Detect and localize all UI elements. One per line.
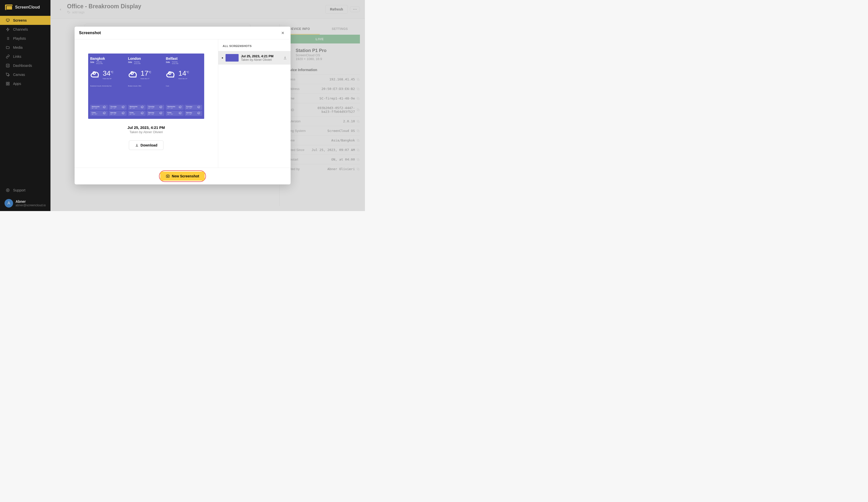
svg-line-71 [162, 114, 162, 114]
sidebar-item-dashboards[interactable]: Dashboards [0, 61, 51, 70]
svg-line-50 [123, 108, 123, 108]
sidebar-item-screens[interactable]: Screens [0, 16, 51, 25]
camera-icon [166, 174, 170, 178]
svg-rect-12 [8, 82, 9, 83]
screenshot-preview: BangkokTodayTuesday04:21 PM34°CFeels lik… [88, 53, 204, 119]
avatar: A [4, 199, 13, 207]
svg-line-81 [180, 114, 181, 114]
svg-rect-11 [6, 82, 8, 83]
sidebar-item-channels[interactable]: Channels [0, 25, 51, 34]
user-email: abner@screencloud.io [16, 204, 46, 207]
svg-rect-13 [6, 84, 8, 85]
sidebar-item-canvas[interactable]: Canvas [0, 70, 51, 79]
sidebar-item-label: Screens [13, 18, 27, 22]
svg-line-66 [142, 114, 142, 114]
list-heading: ALL SCREENSHOTS [218, 39, 291, 51]
svg-line-73 [179, 108, 180, 108]
sidebar-item-media[interactable]: Media [0, 43, 51, 52]
sidebar-item-label: Channels [13, 27, 28, 31]
link-icon [6, 54, 10, 59]
svg-line-75 [180, 108, 181, 108]
svg-line-54 [104, 114, 105, 114]
sidebar-item-label: Links [13, 54, 21, 59]
active-dot-icon [222, 57, 223, 59]
svg-line-77 [199, 108, 199, 108]
svg-point-85 [167, 176, 168, 177]
sidebar: ScreenCloud Screens Channels Playlists M… [0, 0, 51, 211]
sidebar-item-apps[interactable]: Apps [0, 79, 51, 88]
svg-point-16 [7, 190, 8, 191]
weather-tile: BelfastTodayTuesday10:21 AM14°CFeels lik… [166, 57, 202, 116]
logo[interactable]: ScreenCloud [0, 0, 51, 14]
new-screenshot-button[interactable]: New Screenshot [160, 172, 205, 181]
highlight-annotation: New Screenshot [159, 170, 206, 182]
preview-taken-by: Taken by Abner Olivieri [130, 130, 163, 134]
svg-line-82 [198, 114, 198, 114]
monitor-icon [6, 18, 10, 23]
close-button[interactable] [280, 30, 286, 36]
download-icon[interactable] [283, 56, 287, 60]
svg-line-79 [179, 114, 180, 114]
svg-point-15 [6, 189, 9, 192]
app-name: ScreenCloud [15, 5, 40, 10]
svg-line-60 [142, 108, 142, 108]
svg-line-65 [162, 108, 162, 108]
svg-line-68 [143, 114, 143, 114]
svg-line-47 [104, 108, 104, 108]
svg-line-80 [180, 114, 180, 114]
folder-icon [6, 45, 10, 50]
sidebar-item-playlists[interactable]: Playlists [0, 34, 51, 43]
svg-line-83 [199, 114, 199, 114]
svg-rect-0 [6, 19, 9, 21]
pen-icon [6, 72, 10, 77]
support-icon [6, 188, 10, 193]
svg-line-62 [143, 108, 143, 108]
screenshot-by: Taken by Abner Olivieri [241, 58, 280, 62]
download-button[interactable]: Download [129, 141, 164, 150]
sidebar-item-label: Support [13, 188, 25, 192]
close-icon [281, 31, 285, 35]
svg-rect-14 [8, 84, 9, 85]
svg-line-84 [199, 114, 200, 114]
logo-icon [5, 4, 12, 10]
sidebar-item-label: Playlists [13, 37, 26, 40]
svg-line-55 [105, 114, 105, 114]
chart-icon [6, 63, 10, 68]
sidebar-item-label: Media [13, 45, 23, 50]
screenshot-timestamp: Jul 25, 2023, 4:21 PM [241, 54, 280, 58]
screenshot-item[interactable]: Jul 25, 2023, 4:21 PM Taken by Abner Oli… [218, 51, 291, 64]
sidebar-item-support[interactable]: Support [0, 185, 51, 195]
svg-line-76 [198, 108, 198, 108]
svg-line-64 [161, 108, 161, 108]
svg-rect-8 [6, 64, 9, 67]
sidebar-item-label: Dashboards [13, 63, 32, 68]
svg-line-57 [123, 114, 123, 114]
svg-line-48 [104, 108, 105, 108]
sidebar-item-label: Canvas [13, 73, 25, 76]
svg-line-78 [199, 108, 200, 108]
svg-line-56 [123, 114, 123, 114]
screenshot-list: ALL SCREENSHOTS Jul 25, 2023, 4:21 PM Ta… [218, 39, 291, 167]
bolt-icon [6, 27, 10, 32]
download-icon [135, 143, 138, 147]
svg-line-74 [180, 108, 180, 108]
modal-title: Screenshot [79, 31, 101, 35]
user-name: Abner [16, 199, 46, 204]
preview-timestamp: Jul 25, 2023, 4:21 PM [127, 125, 165, 130]
weather-tile: LondonTodayTuesday10:21 AM17°CFeels like… [128, 57, 165, 116]
sidebar-item-links[interactable]: Links [0, 52, 51, 61]
screenshot-thumbnail [226, 54, 239, 62]
weather-tile: BangkokTodayTuesday04:21 PM34°CFeels lik… [90, 57, 127, 116]
user-menu[interactable]: A Abner abner@screencloud.io [0, 195, 51, 211]
svg-line-53 [104, 114, 104, 114]
preview-column: BangkokTodayTuesday04:21 PM34°CFeels lik… [75, 39, 218, 167]
svg-line-49 [105, 108, 105, 108]
nav: Screens Channels Playlists Media Links D… [0, 14, 51, 185]
list-icon [6, 36, 10, 41]
apps-icon [6, 81, 10, 86]
sidebar-item-label: Apps [13, 82, 21, 86]
svg-line-69 [160, 114, 161, 114]
screenshot-modal: Screenshot BangkokTodayTuesday04:21 PM34… [75, 27, 291, 184]
svg-line-70 [161, 114, 161, 114]
svg-line-51 [123, 108, 123, 108]
